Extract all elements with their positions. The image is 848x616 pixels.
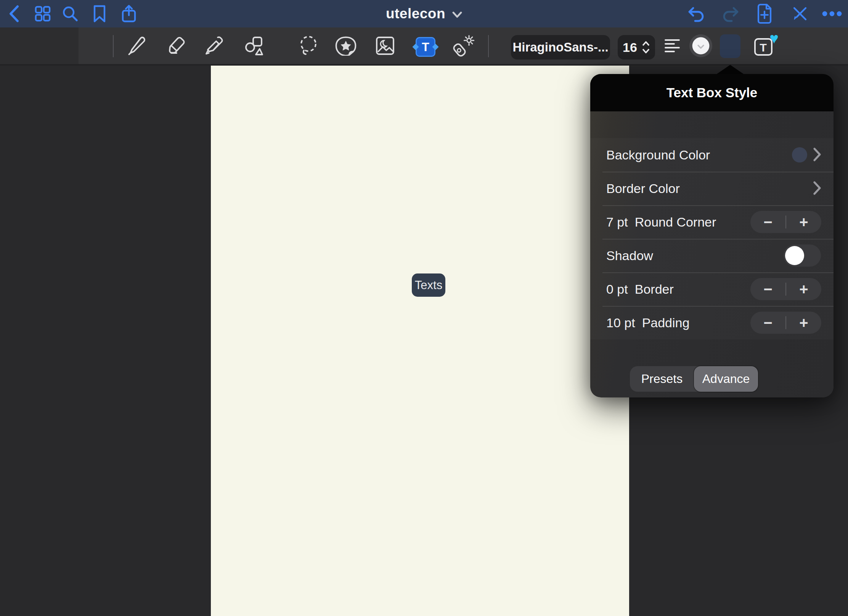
tool-bar: a [0, 27, 848, 66]
document-title: utelecon [386, 6, 445, 22]
toolbar-divider [113, 35, 114, 57]
row-label: Padding [642, 315, 690, 330]
add-page-button[interactable] [755, 0, 774, 27]
size-chevrons-icon [642, 41, 650, 54]
laser-pointer-tool-button[interactable] [452, 27, 475, 64]
popover-footer: Presets Advance [590, 339, 834, 397]
pen-icon [127, 35, 146, 56]
font-size-stepper[interactable]: 16 [618, 35, 655, 60]
padding-stepper: − + [750, 312, 821, 334]
heart-badge-icon: ♥ [769, 31, 779, 46]
shadow-toggle-off[interactable] [784, 244, 821, 267]
image-tool-button[interactable] [374, 27, 396, 64]
increment-button[interactable]: + [786, 278, 821, 300]
color-swatch-icon [689, 34, 713, 58]
text-tool-button-selected[interactable]: T [416, 37, 435, 57]
advance-tab-selected[interactable]: Advance [694, 366, 758, 392]
stylus-toggle-button[interactable] [790, 0, 810, 27]
increment-button[interactable]: + [786, 211, 821, 233]
popover-rows: Background Color Border Color 7 pt Rou [590, 138, 834, 339]
row-border-width: 0 pt Border − + [590, 272, 834, 306]
lasso-tool-button[interactable] [297, 27, 320, 64]
ellipsis-icon [822, 11, 842, 17]
redo-button[interactable] [721, 0, 740, 27]
navigation-bar: utelecon [0, 0, 848, 27]
row-round-corner: 7 pt Round Corner − + [590, 205, 834, 239]
row-label: Border [635, 282, 674, 297]
font-family-button[interactable]: HiraginoSans-... [511, 35, 610, 60]
row-shadow: Shadow [590, 239, 834, 272]
decrement-button[interactable]: − [750, 312, 785, 334]
row-border-color[interactable]: Border Color [590, 172, 834, 205]
decrement-button[interactable]: − [750, 211, 785, 233]
text-style-favorites-button[interactable]: T ♥ [753, 36, 776, 57]
toolbar-left-segment [0, 27, 79, 64]
laser-pointer-icon [453, 35, 475, 57]
text-tool-glyph: T [422, 40, 429, 54]
popover-title: Text Box Style [667, 85, 758, 100]
eraser-icon [164, 35, 186, 57]
font-family-label: HiraginoSans-... [512, 40, 608, 55]
chevron-right-icon [813, 181, 821, 195]
chevron-right-icon [813, 147, 821, 162]
row-label: Round Corner [635, 215, 716, 230]
text-box-style-popover: Text Box Style Background Color Border C… [590, 74, 834, 397]
elements-tool-button[interactable] [335, 27, 357, 64]
round-corner-stepper: − + [750, 211, 821, 233]
row-background-color[interactable]: Background Color [590, 138, 834, 172]
text-box-style-button-active[interactable] [720, 34, 740, 58]
round-corner-value: 7 pt [606, 215, 628, 230]
shapes-tool-button[interactable] [243, 27, 265, 64]
row-label: Border Color [606, 181, 680, 196]
border-width-value: 0 pt [606, 282, 628, 297]
app-screen: utelecon [0, 0, 848, 616]
svg-text:T: T [760, 41, 766, 54]
row-label: Shadow [606, 248, 653, 263]
crossed-pencil-icon [791, 5, 809, 23]
redo-icon [721, 5, 740, 22]
notebook-page[interactable]: Texts [211, 66, 629, 616]
shapes-icon [243, 35, 265, 56]
background-color-swatch [792, 147, 807, 162]
text-align-button[interactable] [663, 27, 681, 64]
add-page-icon [756, 3, 773, 24]
toolbar-divider [488, 35, 489, 57]
align-left-icon [664, 39, 680, 53]
toggle-knob [785, 246, 804, 265]
presets-tab[interactable]: Presets [630, 366, 694, 392]
lasso-icon [298, 35, 319, 57]
undo-icon [687, 5, 706, 22]
chevron-down-icon [452, 11, 462, 18]
mode-segmented-control: Presets Advance [630, 366, 758, 392]
eraser-tool-button[interactable] [164, 27, 187, 64]
text-box-object[interactable]: Texts [412, 273, 445, 297]
pen-tool-button[interactable] [126, 27, 146, 64]
selection-handle-left [413, 44, 419, 50]
selection-handle-right [432, 44, 439, 50]
row-label: Background Color [606, 148, 710, 162]
highlighter-tool-button[interactable] [203, 27, 225, 64]
sticker-star-icon [335, 36, 357, 56]
font-size-value: 16 [623, 40, 637, 55]
highlighter-icon [204, 35, 224, 56]
row-padding: 10 pt Padding − + [590, 306, 834, 339]
image-icon [375, 36, 395, 56]
popover-arrow [716, 65, 745, 75]
more-menu-button[interactable] [821, 0, 843, 27]
padding-value: 10 pt [606, 315, 635, 330]
text-color-button[interactable] [689, 27, 713, 64]
text-box-content: Texts [415, 278, 442, 292]
border-stepper: − + [750, 278, 821, 300]
popover-header: Text Box Style [590, 74, 834, 111]
undo-button[interactable] [686, 0, 706, 27]
increment-button[interactable]: + [786, 312, 821, 334]
decrement-button[interactable]: − [750, 278, 785, 300]
